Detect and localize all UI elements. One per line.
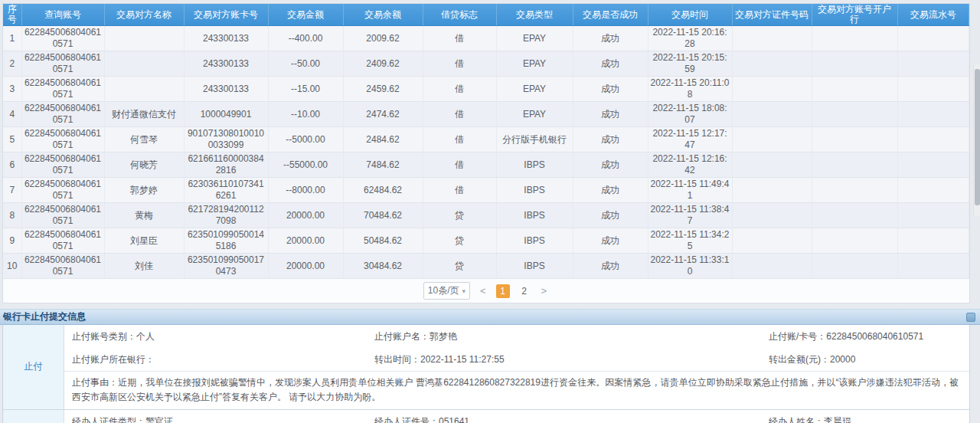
table-cell: IBPS — [496, 178, 573, 203]
table-cell: 成功 — [573, 127, 648, 152]
column-header: 查询账号 — [21, 4, 104, 26]
group-label-operator: 经办信息 — [3, 410, 64, 423]
table-cell: EPAY — [496, 102, 573, 127]
table-row: 46228450068040610571财付通微信支付1000049901--1… — [3, 102, 969, 127]
field-operator-id-type: 经办人证件类型：警官证 — [72, 415, 374, 423]
table-cell — [897, 127, 969, 152]
table-cell: IBPS — [496, 203, 573, 228]
table-cell: 何雪琴 — [104, 127, 184, 152]
table-cell: 分行版手机银行 — [496, 127, 573, 152]
field-account-type: 止付账号类别：个人 — [72, 330, 374, 343]
table-row: 36228450068040610571243300133--15.002459… — [3, 77, 969, 102]
column-header: 交易金额 — [268, 4, 343, 26]
table-cell: 6228450068040610571 — [21, 26, 104, 51]
field-label: 经办人证件号： — [374, 416, 439, 423]
table-cell: 6228450068040610571 — [21, 203, 104, 228]
table-row: 26228450068040610571243300133--50.002409… — [3, 51, 969, 77]
table-cell: 6235010990500170473 — [184, 254, 268, 279]
table-cell: 2409.62 — [343, 51, 423, 77]
table-cell: 2022-11-15 20:11:08 — [648, 77, 732, 102]
reason-text: 近期，我单位在接报刘妮被骗警情中，发现涉案人员利用贵单位相关账户 曹鸿基6228… — [72, 377, 959, 402]
table-cell — [812, 152, 897, 178]
table-cell — [732, 102, 812, 127]
table-cell — [732, 178, 812, 203]
table-cell — [104, 26, 184, 51]
table-cell: 243300133 — [184, 77, 268, 102]
column-header: 交易对方名称 — [104, 4, 184, 26]
field-value: 个人 — [136, 331, 155, 342]
table-cell: 2022-11-15 20:16:28 — [648, 26, 732, 51]
table-cell — [732, 254, 812, 279]
table-cell: --5000.00 — [268, 127, 343, 152]
table-cell: 6228450068040610571 — [21, 102, 104, 127]
table-cell: 借 — [423, 152, 496, 178]
page-number-2[interactable]: 2 — [518, 284, 531, 298]
table-cell: 借 — [423, 127, 496, 152]
field-account-name: 止付账户名：郭梦艳 — [374, 330, 769, 343]
table-cell: 6235010990500145186 — [184, 228, 268, 254]
table-cell: 2022-11-15 11:33:10 — [648, 254, 732, 279]
next-page-button[interactable]: > — [539, 285, 550, 297]
table-cell — [812, 51, 897, 77]
table-cell: 2474.62 — [343, 102, 423, 127]
scrollbar-thumb[interactable] — [975, 69, 980, 205]
table-cell: 郭梦婷 — [104, 178, 184, 203]
table-row: 86228450068040610571黄梅621728194200112709… — [3, 203, 969, 228]
table-cell: 5 — [3, 127, 21, 152]
table-cell — [897, 203, 969, 228]
table-cell: 7484.62 — [343, 152, 423, 178]
field-bank: 止付账户所在银行： — [72, 353, 374, 366]
stop-payment-reason: 止付事由：近期，我单位在接报刘妮被骗警情中，发现涉案人员利用贵单位相关账户 曹鸿… — [64, 371, 969, 408]
table-cell: 成功 — [573, 178, 648, 203]
table-cell: 2022-11-15 12:16:42 — [648, 152, 732, 178]
table-cell — [897, 102, 969, 127]
table-cell — [812, 26, 897, 51]
field-value: 6228450068040610571 — [826, 331, 923, 342]
field-row: 止付账号类别：个人 止付账户名：郭梦艳 止付账/卡号：6228450068040… — [64, 325, 969, 348]
column-header: 交易对方账卡号 — [184, 4, 268, 26]
table-cell: 243300133 — [184, 51, 268, 77]
table-cell: --50.00 — [268, 51, 343, 77]
table-cell: 6228450068040610571 — [21, 51, 104, 77]
table-cell: 9 — [3, 228, 21, 254]
table-cell: 6 — [3, 152, 21, 178]
field-row: 止付账户所在银行： 转出时间：2022-11-15 11:27:55 转出金额(… — [64, 348, 969, 371]
collapse-icon[interactable] — [966, 313, 975, 322]
table-cell — [732, 127, 812, 152]
table-cell: EPAY — [496, 26, 573, 51]
vertical-scrollbar[interactable] — [973, 64, 980, 216]
table-cell: 2484.62 — [343, 127, 423, 152]
table-cell — [732, 26, 812, 51]
field-row: 经办人证件类型：警官证 经办人证件号：051641 经办人姓名：李晨琨 — [64, 410, 969, 423]
table-cell: IBPS — [496, 152, 573, 178]
field-label: 止付账户名： — [374, 331, 430, 342]
table-cell: 成功 — [573, 26, 648, 51]
table-cell — [897, 51, 969, 77]
table-cell: --400.00 — [268, 26, 343, 51]
prev-page-button[interactable]: < — [478, 285, 488, 297]
field-label: 经办人证件类型： — [72, 416, 145, 423]
transactions-panel: 序号查询账号交易对方名称交易对方账卡号交易金额交易余额借贷标志交易类型交易是否成… — [2, 3, 970, 303]
table-cell: 贷 — [423, 228, 496, 254]
operator-group: 经办信息 经办人证件类型：警官证 经办人证件号：051641 经办人姓名：李晨琨… — [3, 409, 969, 423]
table-cell: 财付通微信支付 — [104, 102, 184, 127]
table-cell: 何晓芳 — [104, 152, 184, 178]
page-number-1[interactable]: 1 — [496, 284, 510, 298]
table-row: 106228450068040610571刘佳62350109905001704… — [3, 254, 969, 279]
table-cell: 2022-11-15 11:34:25 — [648, 228, 732, 254]
field-value: 051641 — [439, 416, 469, 423]
table-cell: 20000.00 — [268, 203, 343, 228]
table-cell — [812, 127, 897, 152]
table-cell: 6217281942001127098 — [184, 203, 268, 228]
table-cell: --10.00 — [268, 102, 343, 127]
table-cell: 6228450068040610571 — [21, 228, 104, 254]
table-cell — [812, 102, 897, 127]
section-title: 银行卡止付提交信息 — [0, 310, 86, 323]
table-cell — [732, 203, 812, 228]
table-row: 76228450068040610571郭梦婷62303611010734162… — [3, 178, 969, 203]
page-size-select[interactable]: 10条/页 ▾ — [423, 282, 470, 300]
table-cell: 贷 — [423, 254, 496, 279]
table-cell: 成功 — [573, 102, 648, 127]
field-card-number: 止付账/卡号：6228450068040610571 — [769, 330, 965, 343]
table-cell: 黄梅 — [104, 203, 184, 228]
